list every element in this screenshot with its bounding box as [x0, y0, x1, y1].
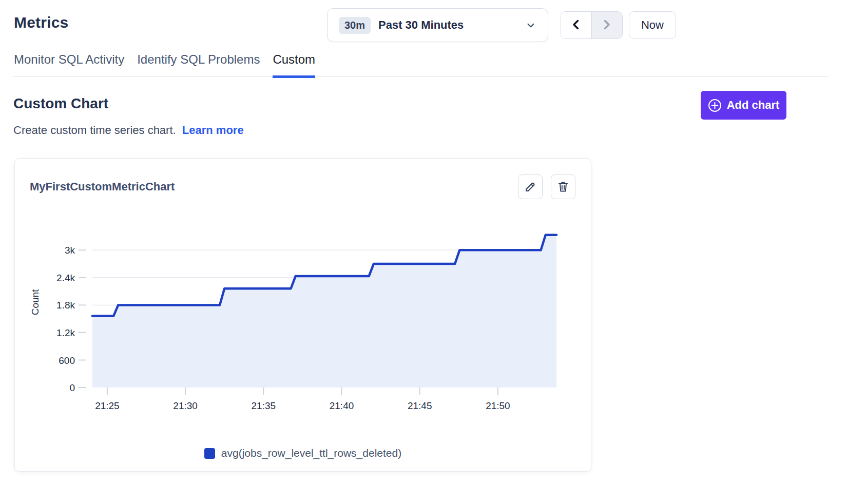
card-divider — [30, 436, 576, 436]
tab-custom[interactable]: Custom — [273, 51, 315, 76]
section-description-text: Create custom time series chart. — [13, 124, 176, 137]
add-chart-label: Add chart — [727, 99, 780, 112]
chart-title: MyFirstCustomMetricChart — [30, 180, 175, 193]
chart-card-header: MyFirstCustomMetricChart — [30, 174, 575, 200]
chevron-left-icon — [570, 18, 582, 32]
time-range-badge: 30m — [339, 17, 371, 34]
step-forward-button[interactable] — [592, 12, 623, 38]
circle-plus-icon — [708, 99, 722, 112]
custom-chart-card: MyFirstCustomMetricChart 06001.2k1.8k2.4… — [14, 158, 591, 472]
edit-chart-button[interactable] — [518, 175, 543, 199]
tab-monitor-sql-activity[interactable]: Monitor SQL Activity — [14, 51, 124, 76]
svg-text:21:50: 21:50 — [486, 400, 510, 411]
section-description: Create custom time series chart. Learn m… — [13, 124, 244, 137]
chevron-right-icon — [601, 18, 613, 32]
svg-text:600: 600 — [59, 355, 75, 366]
legend-swatch — [204, 448, 215, 459]
chevron-down-icon — [525, 20, 536, 31]
svg-text:21:40: 21:40 — [330, 400, 354, 411]
svg-text:1.8k: 1.8k — [56, 300, 75, 311]
time-series-chart[interactable]: 06001.2k1.8k2.4k3k21:2521:3021:3521:4021… — [15, 210, 592, 425]
page-title: Metrics — [14, 14, 68, 31]
svg-text:Count: Count — [30, 289, 41, 315]
svg-text:21:30: 21:30 — [173, 400, 198, 411]
metrics-tabs: Monitor SQL Activity Identify SQL Proble… — [13, 51, 828, 77]
trash-icon — [556, 180, 570, 193]
add-chart-button[interactable]: Add chart — [701, 91, 786, 120]
legend-label: avg(jobs_row_level_ttl_rows_deleted) — [221, 447, 401, 459]
svg-text:0: 0 — [69, 382, 75, 393]
now-button[interactable]: Now — [629, 11, 676, 39]
tab-identify-sql-problems[interactable]: Identify SQL Problems — [137, 51, 260, 76]
learn-more-link[interactable]: Learn more — [182, 124, 244, 137]
svg-text:1.2k: 1.2k — [56, 327, 75, 338]
delete-chart-button[interactable] — [551, 175, 575, 199]
pencil-icon — [524, 180, 537, 193]
metrics-page: Metrics 30m Past 30 Minutes Now Monitor … — [0, 0, 847, 504]
section-title: Custom Chart — [13, 95, 108, 112]
svg-text:2.4k: 2.4k — [56, 273, 75, 283]
svg-text:3k: 3k — [65, 245, 75, 256]
time-step-button-group — [561, 11, 623, 39]
chart-actions — [518, 175, 575, 199]
step-back-button[interactable] — [561, 12, 592, 38]
svg-text:21:45: 21:45 — [408, 400, 432, 411]
chart-legend: avg(jobs_row_level_ttl_rows_deleted) — [15, 447, 591, 459]
time-range-label: Past 30 Minutes — [378, 18, 464, 32]
svg-text:21:25: 21:25 — [95, 400, 120, 411]
time-range-dropdown[interactable]: 30m Past 30 Minutes — [327, 8, 548, 42]
svg-text:21:35: 21:35 — [252, 400, 276, 411]
